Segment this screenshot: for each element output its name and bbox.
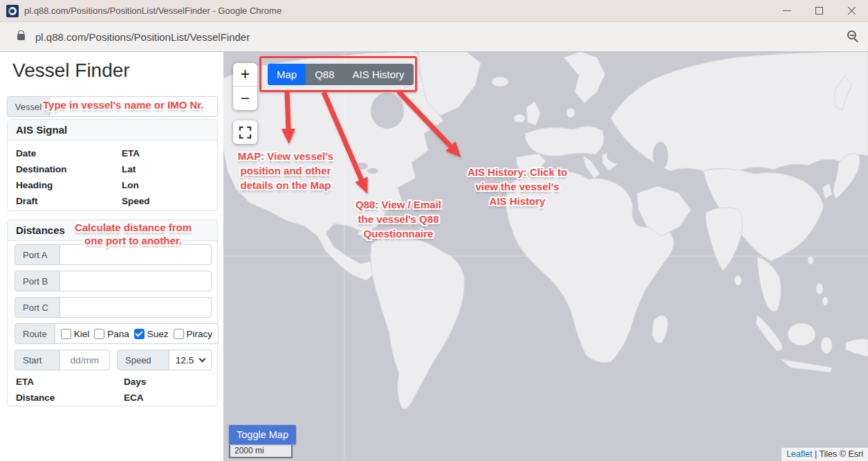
port-a-label: Port A <box>15 244 60 265</box>
map-scale-bar: 2000 mi <box>229 445 293 458</box>
suez-checkbox[interactable] <box>134 329 145 339</box>
ais-field-date: Date <box>16 148 36 159</box>
port-b-input[interactable] <box>60 271 212 291</box>
toggle-map-button[interactable]: Toggle Map <box>229 425 296 444</box>
fullscreen-icon <box>239 126 252 139</box>
world-map <box>223 52 868 461</box>
kiel-label: Kiel <box>74 329 90 339</box>
maximize-button[interactable] <box>803 0 835 21</box>
tab-map[interactable]: Map <box>268 64 306 85</box>
route-options: Kiel Pana Suez Piracy <box>55 323 219 344</box>
piracy-checkbox[interactable] <box>174 329 184 339</box>
ais-field-lon: Lon <box>122 180 139 190</box>
port-c-input[interactable] <box>60 297 212 318</box>
distances-header: Distances <box>8 220 217 241</box>
window-title: pl.q88.com/Positions/PositionList/Vessel… <box>24 6 281 16</box>
start-date-input[interactable] <box>60 350 110 370</box>
map-zoom-control: + − <box>233 63 257 110</box>
result-eca-label: ECA <box>124 392 144 403</box>
close-button[interactable] <box>835 0 868 21</box>
ais-signal-header: AIS Signal <box>8 120 217 141</box>
ais-field-speed: Speed <box>122 196 150 206</box>
ais-signal-panel: AIS Signal Date ETA Destination Lat Head… <box>7 119 218 211</box>
page-title: Vessel Finder <box>12 60 130 82</box>
route-option-kiel: Kiel <box>61 329 90 339</box>
ais-field-eta: ETA <box>122 148 140 159</box>
zoom-in-button[interactable]: + <box>233 63 257 87</box>
lock-icon <box>17 34 25 40</box>
fullscreen-button[interactable] <box>233 120 257 144</box>
tab-q88[interactable]: Q88 <box>306 64 343 85</box>
port-b-label: Port B <box>15 271 60 291</box>
close-icon <box>847 6 856 15</box>
map-tab-bar: Map Q88 AIS History <box>268 64 414 85</box>
zoom-out-button[interactable]: − <box>233 87 257 110</box>
speed-group: Speed 12.5 <box>117 350 212 370</box>
start-label: Start <box>15 350 60 370</box>
result-days-label: Days <box>124 377 146 387</box>
sidebar: Vessel Finder Vessel Type in vessel's na… <box>0 52 223 461</box>
page-content: Vessel Finder Vessel Type in vessel's na… <box>0 52 868 461</box>
result-distance-label: Distance <box>16 392 55 403</box>
port-a-group: Port A <box>15 244 212 265</box>
port-c-group: Port C <box>15 297 212 318</box>
route-option-pana: Pana <box>94 329 129 339</box>
url-text[interactable]: pl.q88.com/Positions/PositionList/Vessel… <box>35 31 250 43</box>
ais-field-heading: Heading <box>16 180 53 190</box>
leaflet-link[interactable]: Leaflet <box>786 449 813 459</box>
maximize-icon <box>815 7 823 15</box>
speed-label: Speed <box>117 350 169 370</box>
window-controls <box>770 0 868 21</box>
tab-ais-history[interactable]: AIS History <box>344 64 414 85</box>
route-option-piracy: Piracy <box>174 329 213 339</box>
port-b-group: Port B <box>15 271 212 291</box>
map-attribution: Leaflet | Tiles © Esri <box>782 448 868 461</box>
kiel-checkbox[interactable] <box>61 329 71 339</box>
vessel-input[interactable] <box>50 96 218 117</box>
route-group: Route Kiel Pana Suez <box>15 323 212 344</box>
url-bar[interactable]: pl.q88.com/Positions/PositionList/Vessel… <box>0 22 868 52</box>
vessel-input-group: Vessel <box>7 96 218 117</box>
q88-favicon <box>6 5 19 17</box>
vessel-label: Vessel <box>7 96 50 117</box>
minimize-icon <box>783 10 791 11</box>
pana-checkbox[interactable] <box>94 329 104 339</box>
ais-field-destination: Destination <box>16 164 67 174</box>
route-option-suez: Suez <box>134 329 169 339</box>
pana-label: Pana <box>107 329 129 339</box>
port-c-label: Port C <box>15 297 60 318</box>
result-eta-label: ETA <box>16 377 34 387</box>
chevron-down-icon <box>199 355 206 362</box>
minimize-button[interactable] <box>770 0 803 21</box>
route-label: Route <box>15 323 55 344</box>
ais-field-lat: Lat <box>122 164 136 174</box>
map-pane[interactable]: + − Map Q88 AIS History <box>223 52 868 461</box>
start-group: Start <box>15 350 110 370</box>
window-titlebar: pl.q88.com/Positions/PositionList/Vessel… <box>0 0 868 22</box>
attribution-separator: | <box>812 449 819 459</box>
tiles-credit: Tiles © Esri <box>819 449 863 459</box>
speed-select[interactable]: 12.5 <box>169 350 212 370</box>
ais-field-draft: Draft <box>16 196 38 206</box>
suez-label: Suez <box>147 329 169 339</box>
speed-value: 12.5 <box>176 355 194 365</box>
distances-panel: Distances Port A Port B Port C Route Kie… <box>7 219 218 406</box>
page-zoom-icon[interactable] <box>847 30 856 39</box>
port-a-input[interactable] <box>60 244 212 265</box>
piracy-label: Piracy <box>187 329 213 339</box>
